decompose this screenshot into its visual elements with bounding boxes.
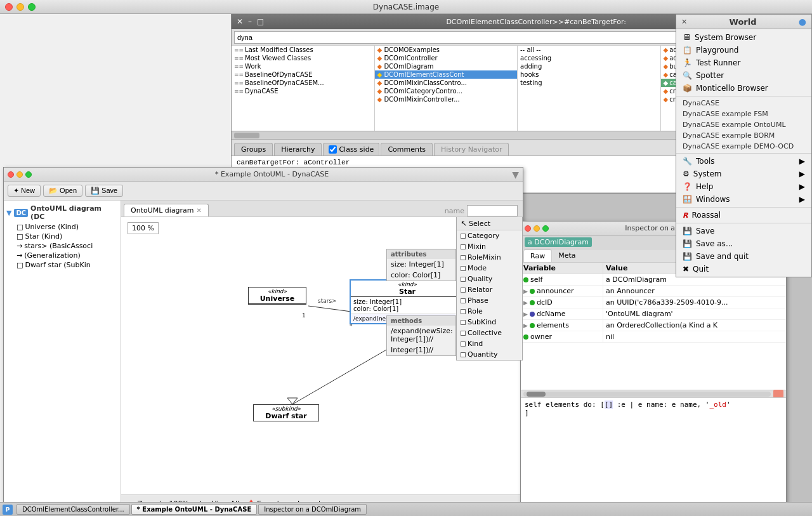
- menu-item-saveandquit[interactable]: 💾 Save and quit: [676, 250, 811, 263]
- new-button[interactable]: ✦ New: [8, 185, 41, 197]
- menu-item-dynacase[interactable]: DynaCASE: [676, 98, 811, 109]
- menu-item-tools[interactable]: 🔧 Tools▶: [676, 155, 811, 168]
- context-item-category[interactable]: Category: [457, 230, 522, 241]
- ontouml-close-btn[interactable]: [8, 171, 14, 178]
- inspector-close-btn[interactable]: [525, 225, 531, 232]
- tab-close-btn[interactable]: ✕: [197, 207, 202, 214]
- menu-item-dynacase-ontouml[interactable]: DynaCASE example OntoUML: [676, 119, 811, 130]
- tree-item-gen[interactable]: → (Generalization): [6, 251, 118, 260]
- menu-item-help[interactable]: ❓ Help▶: [676, 180, 811, 193]
- list-item[interactable]: ≡≡ Work: [232, 62, 374, 70]
- context-item-quality[interactable]: Quality: [457, 274, 522, 284]
- world-menu-close[interactable]: ✕: [681, 18, 687, 26]
- menu-item-quit[interactable]: ✖ Quit: [676, 263, 811, 275]
- tree-item-dwarf[interactable]: □ Dwarf star (SubKin: [6, 260, 118, 270]
- tab-history[interactable]: History Navigator: [434, 143, 509, 155]
- taskbar-item-2[interactable]: Inspector on a DCOmlDiagram: [258, 504, 367, 515]
- menu-item-system[interactable]: ⚙ System▶: [676, 168, 811, 180]
- context-item-phase[interactable]: Phase: [457, 295, 522, 306]
- method-expand-item-2[interactable]: Integer[1])//: [387, 345, 455, 355]
- minimize-button[interactable]: [16, 3, 24, 11]
- class-side-checkbox[interactable]: [329, 145, 337, 154]
- menu-item-roassal[interactable]: R Roassal: [676, 209, 811, 222]
- tree-item-star[interactable]: □ Star (Kind): [6, 232, 118, 241]
- menu-item-playground[interactable]: 📋 Playground: [676, 44, 811, 56]
- list-item[interactable]: ◆ DCOMOExamples: [375, 46, 518, 54]
- inspector-scrollbar[interactable]: [521, 390, 786, 397]
- menu-item-dynacase-demo[interactable]: DynaCASE example DEMO-OCD: [676, 141, 811, 152]
- menu-item-test-runner[interactable]: 🏃 Test Runner: [676, 56, 811, 69]
- list-item[interactable]: ◆ DCOmlDiagram: [375, 62, 518, 70]
- context-item-select[interactable]: ↖ Select: [457, 217, 522, 230]
- ontouml-max-btn[interactable]: [25, 171, 32, 178]
- context-item-kind[interactable]: Kind: [457, 338, 522, 349]
- context-item-subkind[interactable]: SubKind: [457, 317, 522, 327]
- menu-item-dynacase-borm[interactable]: DynaCASE example BORM: [676, 130, 811, 141]
- inspector-max-btn[interactable]: [542, 225, 549, 232]
- list-item[interactable]: ◆ DCOmlElementClassCont: [375, 70, 518, 79]
- universe-uml-box[interactable]: «kind» Universe: [248, 287, 306, 305]
- tab-hierarchy[interactable]: Hierarchy: [274, 143, 322, 155]
- tree-item-universe[interactable]: □ Universe (Kind): [6, 222, 118, 232]
- menu-item-save[interactable]: 💾 Save: [676, 225, 811, 237]
- list-item[interactable]: ◆ DCOmlController: [375, 54, 518, 62]
- ontouml-collapse-btn[interactable]: ▼: [512, 169, 519, 180]
- inspector-code-area[interactable]: self elements do: [[] :e | e name: e nam…: [521, 397, 786, 509]
- list-item[interactable]: -- all --: [518, 46, 660, 54]
- attr-size-item[interactable]: size: Integer[1]: [387, 259, 455, 270]
- menu-separator-4: [676, 223, 811, 223]
- tab-raw[interactable]: Raw: [523, 249, 552, 262]
- list-item[interactable]: ≡≡ DynaCASE: [232, 87, 374, 95]
- browser-close-btn[interactable]: ✕: [237, 17, 243, 26]
- maximize-button[interactable]: [28, 3, 36, 11]
- list-item[interactable]: testing: [518, 79, 660, 87]
- attr-color-item[interactable]: color: Color[1]: [387, 270, 455, 281]
- dwarf-uml-box[interactable]: «subkind» Dwarf star: [253, 404, 319, 421]
- menu-item-monticello[interactable]: 📦 Monticello Browser: [676, 82, 811, 95]
- tab-meta[interactable]: Meta: [552, 249, 582, 262]
- list-item[interactable]: hooks: [518, 70, 660, 79]
- context-item-mixin[interactable]: Mixin: [457, 241, 522, 252]
- context-item-quantity[interactable]: Quantity: [457, 349, 522, 360]
- ontouml-min-btn[interactable]: [16, 171, 23, 178]
- list-item[interactable]: ≡≡ Last Modified Classes: [232, 46, 374, 54]
- menu-item-spotter[interactable]: 🔍 Spotter: [676, 69, 811, 82]
- tree-item-stars[interactable]: → stars> (BasicAssoci: [6, 241, 118, 251]
- list-item[interactable]: ◆ DCOmlMixinController...: [375, 95, 518, 103]
- list-item[interactable]: ◆ DCOmlCategoryContro...: [375, 87, 518, 95]
- browser-max-btn[interactable]: □: [257, 17, 264, 26]
- inspector-min-btn[interactable]: [534, 225, 540, 232]
- list-item[interactable]: ≡≡ BaselineOfDynaCASEM...: [232, 79, 374, 87]
- taskbar-item-1[interactable]: * Example OntoUML - DynaCASE: [131, 504, 258, 515]
- name-input[interactable]: [467, 205, 518, 216]
- list-item[interactable]: adding: [518, 62, 660, 70]
- list-item[interactable]: ≡≡ Most Viewed Classes: [232, 54, 374, 62]
- tab-comments[interactable]: Comments: [381, 143, 433, 155]
- expand-arrow-dcid[interactable]: ▶: [523, 300, 528, 306]
- tab-groups[interactable]: Groups: [234, 143, 273, 155]
- save-button[interactable]: 💾 Save: [85, 185, 123, 197]
- list-item[interactable]: ≡≡ BaselineOfDynaCASE: [232, 70, 374, 79]
- list-item[interactable]: ◆ DCOmlMixinClassContro...: [375, 79, 518, 87]
- context-item-rolemixin[interactable]: RoleMixin: [457, 252, 522, 263]
- method-expand-item[interactable]: /expand(newSize: Integer[1])//: [387, 326, 455, 345]
- context-item-mode[interactable]: Mode: [457, 263, 522, 274]
- list-item[interactable]: accessing: [518, 54, 660, 62]
- context-item-relator[interactable]: Relator: [457, 284, 522, 295]
- context-item-role[interactable]: Role: [457, 306, 522, 317]
- context-item-collective[interactable]: Collective: [457, 327, 522, 338]
- breadcrumb-item[interactable]: a DCOmlDiagram: [525, 237, 592, 247]
- menu-item-saveas[interactable]: 💾 Save as...: [676, 237, 811, 250]
- menu-item-system-browser[interactable]: 🖥 System Browser: [676, 30, 811, 44]
- expand-arrow-dcname[interactable]: ▶: [523, 311, 528, 317]
- open-button[interactable]: 📂 Open: [43, 185, 82, 197]
- expand-arrow-announcer[interactable]: ▶: [523, 288, 528, 294]
- close-button[interactable]: [5, 3, 13, 11]
- browser-min-btn[interactable]: –: [248, 17, 252, 26]
- taskbar-item-0[interactable]: DCOmlElementClassController...: [16, 504, 130, 515]
- tab-ontouml-diagram[interactable]: OntoUML diagram ✕: [124, 204, 209, 216]
- menu-item-dynacase-fsm[interactable]: DynaCASE example FSM: [676, 109, 811, 119]
- tab-classside[interactable]: Class side: [323, 143, 379, 155]
- expand-arrow-elements[interactable]: ▶: [523, 322, 528, 329]
- menu-item-windows[interactable]: 🪟 Windows▶: [676, 193, 811, 206]
